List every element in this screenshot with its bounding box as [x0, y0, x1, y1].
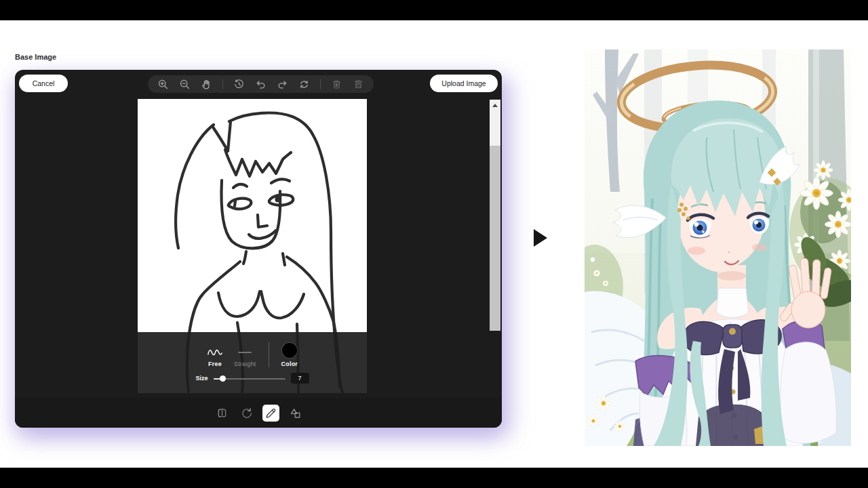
free-mode-label: Free	[208, 361, 222, 367]
letterbox-bottom	[0, 468, 868, 488]
straight-mode-button[interactable]: Straight	[234, 346, 256, 367]
letterbox-top	[0, 0, 868, 20]
panel-scrollbar	[490, 100, 500, 428]
shapes-icon[interactable]	[287, 405, 304, 422]
pencil-icon[interactable]	[262, 405, 279, 422]
undo-icon[interactable]	[255, 79, 267, 90]
size-label: Size	[195, 375, 208, 382]
base-image-editor-panel: Cancel Upload Image	[15, 70, 502, 428]
drawing-canvas[interactable]: Free Straight Color Size	[138, 99, 367, 393]
base-image-label: Base Image	[15, 53, 56, 61]
anime-angel-illustration	[585, 49, 851, 446]
generated-image	[585, 49, 851, 446]
toolbar-divider	[320, 79, 321, 89]
zoom-out-icon[interactable]	[179, 79, 191, 90]
app-window: Base Image Cancel Upload Image	[0, 0, 868, 488]
history-icon[interactable]	[233, 79, 245, 90]
svg-text:ALL: ALL	[355, 84, 361, 87]
scrollbar-thumb[interactable]	[490, 146, 500, 331]
toolbar-divider	[222, 79, 223, 89]
color-label: Color	[281, 361, 298, 367]
edit-mode-toolbar	[15, 398, 502, 428]
canvas-toolbar: ALL	[148, 75, 374, 93]
size-slider[interactable]	[214, 375, 285, 382]
brush-settings-overlay: Free Straight Color Size	[138, 332, 367, 393]
pan-hand-icon[interactable]	[201, 79, 212, 90]
clear-icon[interactable]	[331, 79, 342, 90]
scroll-up-button[interactable]	[490, 100, 500, 111]
zoom-in-icon[interactable]	[157, 79, 169, 90]
straight-mode-label: Straight	[234, 361, 256, 367]
free-squiggle-icon	[207, 346, 223, 358]
redo-icon[interactable]	[277, 79, 288, 90]
clear-all-icon[interactable]: ALL	[353, 79, 364, 90]
size-slider-thumb[interactable]	[220, 375, 226, 382]
free-mode-button[interactable]: Free	[207, 346, 223, 367]
scrollbar-track[interactable]	[490, 111, 500, 146]
size-value-input[interactable]: 7	[291, 373, 309, 384]
upload-image-button[interactable]: Upload Image	[430, 75, 498, 92]
straight-line-icon	[237, 346, 253, 358]
rotate-icon[interactable]	[238, 405, 255, 422]
play-arrow-icon	[534, 229, 547, 247]
color-picker-button[interactable]: Color	[281, 343, 298, 367]
cancel-button[interactable]: Cancel	[19, 75, 68, 92]
brush-divider	[269, 342, 269, 367]
reset-loop-icon[interactable]	[298, 79, 310, 90]
brush-color-swatch[interactable]	[282, 343, 297, 358]
flip-horizontal-icon[interactable]	[214, 405, 231, 422]
